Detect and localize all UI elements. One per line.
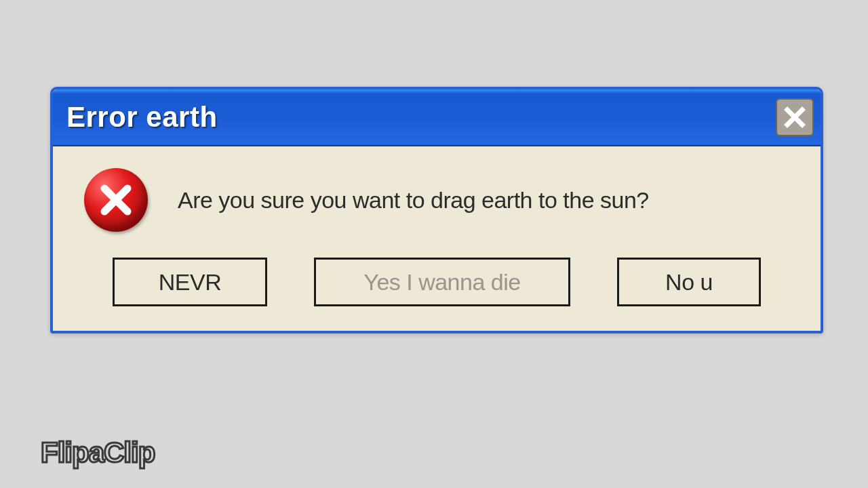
watermark: FlipaClip bbox=[41, 436, 155, 469]
yes-button[interactable]: Yes I wanna die bbox=[314, 258, 570, 306]
titlebar[interactable]: Error earth bbox=[53, 89, 821, 146]
close-icon bbox=[783, 106, 806, 129]
message-row: Are you sure you want to drag earth to t… bbox=[80, 168, 793, 232]
error-icon bbox=[84, 168, 148, 232]
error-dialog: Error earth Are you sure you want to dra… bbox=[50, 87, 823, 333]
button-label: Yes I wanna die bbox=[363, 269, 520, 296]
close-button[interactable] bbox=[776, 98, 814, 136]
window-title: Error earth bbox=[66, 101, 218, 134]
button-label: NEVR bbox=[159, 269, 221, 296]
button-label: No u bbox=[665, 269, 713, 296]
nevr-button[interactable]: NEVR bbox=[113, 258, 267, 306]
button-row: NEVR Yes I wanna die No u bbox=[80, 258, 793, 306]
dialog-message: Are you sure you want to drag earth to t… bbox=[178, 187, 649, 214]
nou-button[interactable]: No u bbox=[617, 258, 761, 306]
dialog-body: Are you sure you want to drag earth to t… bbox=[53, 146, 821, 331]
